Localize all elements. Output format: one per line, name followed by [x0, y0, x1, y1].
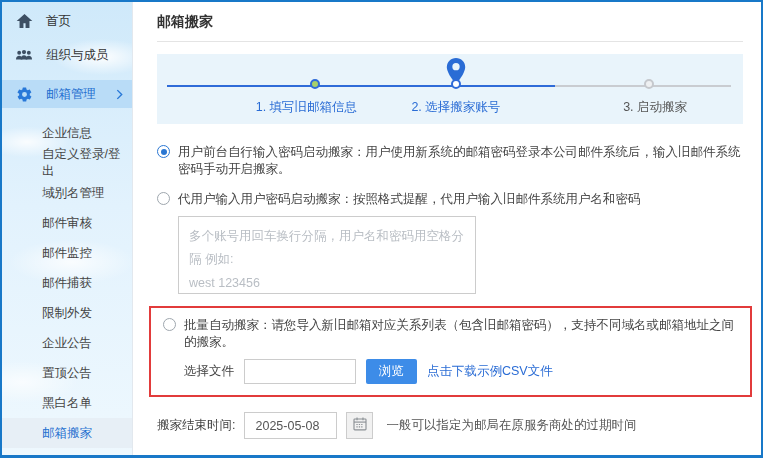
- page-title: 邮箱搬家: [157, 13, 743, 31]
- file-select-row: 选择文件 浏览 点击下载示例CSV文件: [184, 359, 742, 384]
- title-divider: [157, 41, 743, 42]
- home-icon: [15, 12, 33, 30]
- stepper-remaining-line: [555, 85, 731, 87]
- sidebar: 首页 组织与成员 邮箱管理 企业信息 自定义登录/登出: [2, 2, 133, 455]
- step-1-dot: [310, 79, 320, 89]
- sidebar-item-company-info[interactable]: 企业信息: [2, 118, 132, 148]
- sidebar-item-company-notice[interactable]: 企业公告: [2, 328, 132, 358]
- file-select-label: 选择文件: [184, 363, 234, 380]
- batch-auto-highlight-box: 批量自动搬家：请您导入新旧邮箱对应关系列表（包含旧邮箱密码），支持不同域名或邮箱…: [149, 306, 752, 398]
- sidebar-item-label: 首页: [46, 13, 71, 30]
- option-batch-auto-row: 批量自动搬家：请您导入新旧邮箱对应关系列表（包含旧邮箱密码），支持不同域名或邮箱…: [163, 317, 742, 351]
- end-date-input[interactable]: [244, 412, 337, 439]
- sample-csv-link[interactable]: 点击下载示例CSV文件: [427, 363, 553, 380]
- sidebar-item-blackwhite-list[interactable]: 黑白名单: [2, 388, 132, 418]
- option-batch-auto-label: 批量自动搬家：请您导入新旧邮箱对应关系列表（包含旧邮箱密码），支持不同域名或邮箱…: [184, 317, 742, 351]
- sidebar-item-label: 组织与成员: [46, 47, 109, 64]
- option-proxy-input-label: 代用户输入用户密码启动搬家：按照格式提醒，代用户输入旧邮件系统用户名和密码: [178, 191, 641, 208]
- sidebar-item-custom-login[interactable]: 自定义登录/登出: [2, 148, 132, 178]
- sidebar-item-domain-alias[interactable]: 域别名管理: [2, 178, 132, 208]
- app-window: 首页 组织与成员 邮箱管理 企业信息 自定义登录/登出: [0, 0, 763, 458]
- option-self-service-row: 用户前台自行输入密码启动搬家：用户使用新系统的邮箱密码登录本公司邮件系统后，输入…: [157, 144, 743, 178]
- schedule-row: 搬家结束时间: 一般可以指定为邮局在原服务商处的过期时间: [157, 412, 743, 439]
- sidebar-item-home[interactable]: 首页: [2, 4, 132, 38]
- sidebar-item-org-members[interactable]: 组织与成员: [2, 38, 132, 72]
- stepper-progress-line: [167, 85, 555, 87]
- sidebar-item-mail-admin[interactable]: 邮箱管理: [2, 80, 132, 108]
- step-2-label: 2. 选择搬家账号: [411, 99, 500, 116]
- sidebar-submenu: 企业信息 自定义登录/登出 域别名管理 邮件审核 邮件监控 邮件捕获 限制外发 …: [2, 118, 132, 448]
- accounts-textarea[interactable]: [178, 216, 476, 294]
- option-proxy-input-radio[interactable]: [157, 192, 170, 205]
- migration-stepper: 1. 填写旧邮箱信息 2. 选择搬家账号 3. 启动搬家: [157, 54, 743, 124]
- gear-icon: [15, 85, 33, 103]
- sidebar-item-mail-review[interactable]: 邮件审核: [2, 208, 132, 238]
- step-1-label: 1. 填写旧邮箱信息: [256, 99, 357, 116]
- option-self-service-radio[interactable]: [157, 145, 170, 158]
- sidebar-item-pinned-notice[interactable]: 置顶公告: [2, 358, 132, 388]
- sidebar-item-mail-monitor[interactable]: 邮件监控: [2, 238, 132, 268]
- option-self-service-label: 用户前台自行输入密码启动搬家：用户使用新系统的邮箱密码登录本公司邮件系统后，输入…: [178, 144, 743, 178]
- sidebar-item-mail-capture[interactable]: 邮件捕获: [2, 268, 132, 298]
- sidebar-item-mail-migration[interactable]: 邮箱搬家: [2, 418, 132, 448]
- step-3-label: 3. 启动搬家: [623, 99, 687, 116]
- calendar-button[interactable]: [346, 412, 373, 439]
- main-content: 邮箱搬家 1. 填写旧邮箱信息 2. 选择搬家账号 3. 启动搬家 用户前台自行…: [133, 2, 761, 455]
- file-path-input[interactable]: [244, 359, 356, 384]
- sidebar-item-label: 邮箱管理: [46, 86, 96, 103]
- step-3-dot: [644, 79, 654, 89]
- step-2-dot: [451, 79, 461, 89]
- schedule-label: 搬家结束时间:: [157, 417, 235, 434]
- chevron-right-icon: [116, 89, 123, 100]
- option-proxy-input-row: 代用户输入用户密码启动搬家：按照格式提醒，代用户输入旧邮件系统用户名和密码: [157, 191, 743, 208]
- calendar-icon: [352, 416, 368, 435]
- option-batch-auto-radio[interactable]: [163, 318, 176, 331]
- schedule-hint: 一般可以指定为邮局在原服务商处的过期时间: [386, 417, 636, 434]
- sidebar-item-outbound-limit[interactable]: 限制外发: [2, 298, 132, 328]
- people-icon: [15, 46, 33, 64]
- browse-button[interactable]: 浏览: [366, 359, 417, 384]
